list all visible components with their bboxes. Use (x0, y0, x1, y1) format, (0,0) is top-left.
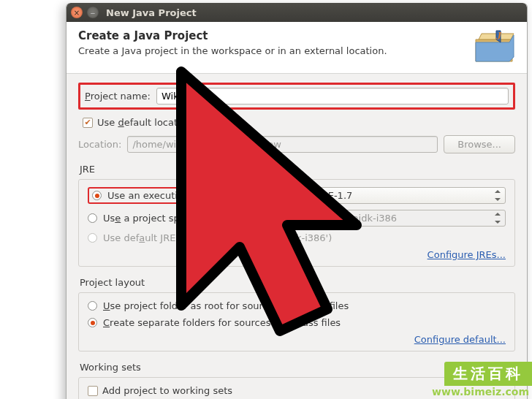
configure-jres-link[interactable]: Configure JREs... (428, 249, 506, 260)
layout-root-label: Use project folder as root for sources a… (103, 300, 349, 311)
configure-default-link[interactable]: Configure default... (414, 334, 506, 345)
jre-exec-env-row[interactable]: Use an execution environment JRE: JavaSE… (88, 187, 506, 204)
jre-exec-env-combo[interactable]: JavaSE-1.7 (295, 187, 506, 204)
jre-project-label: Use a project specific JRE: (103, 213, 227, 224)
layout-fieldset: Use project folder as root for sources a… (78, 292, 515, 352)
dialog-window: × ‒ New Java Project Create a Java Proje… (66, 3, 528, 399)
watermark-text: 生活百科 (444, 362, 532, 386)
dialog-body: Project name: ✔ Use default location Loc… (66, 74, 527, 399)
page-title: Create a Java Project (78, 29, 387, 42)
location-label: Location: (78, 139, 121, 150)
use-default-location-row[interactable]: ✔ Use default location (83, 117, 515, 128)
browse-button[interactable]: Browse... (444, 135, 515, 153)
use-default-location-label: Use default location (97, 117, 192, 128)
project-name-input[interactable] (156, 88, 509, 104)
project-name-row: Project name: (78, 83, 515, 110)
radio-icon[interactable] (88, 301, 97, 311)
watermark-url: www.bimeiz.com (432, 386, 532, 398)
close-icon[interactable]: × (71, 7, 83, 18)
dialog-header: Create a Java Project Create a Java proj… (66, 22, 527, 74)
jre-project-combo: java-7-openjdk-i386 (295, 210, 506, 227)
jre-exec-env-label: Use an execution environment JRE: (107, 190, 275, 201)
jre-project-specific-row[interactable]: Use a project specific JRE: java-7-openj… (88, 210, 506, 227)
checkbox-unchecked-icon[interactable]: ✔ (88, 386, 98, 396)
project-name-label: Project name: (85, 91, 151, 102)
layout-separate-row[interactable]: Create separate folders for sources and … (88, 317, 506, 328)
titlebar: × ‒ New Java Project (66, 3, 527, 22)
jre-legend: JRE (80, 164, 515, 175)
checkbox-checked-icon[interactable]: ✔ (83, 118, 93, 128)
java-folder-icon: J (474, 29, 515, 63)
layout-separate-label: Create separate folders for sources and … (103, 317, 341, 328)
layout-legend: Project layout (80, 277, 515, 288)
jre-default-row[interactable]: Use default JRE (currently 'java-7-openj… (88, 232, 506, 243)
location-row: Location: Browse... (78, 135, 515, 153)
add-working-sets-label: Add project to working sets (102, 385, 232, 396)
location-input (127, 136, 438, 153)
window-title: New Java Project (106, 7, 197, 18)
watermark: 生活百科 www.bimeiz.com (432, 362, 532, 398)
radio-icon[interactable] (88, 233, 97, 243)
radio-selected-icon[interactable] (92, 191, 102, 200)
jre-fieldset: Use an execution environment JRE: JavaSE… (78, 179, 515, 267)
radio-icon[interactable] (88, 213, 97, 223)
page-subtitle: Create a Java project in the workspace o… (78, 45, 387, 56)
jre-default-label: Use default JRE (currently 'java-7-openj… (103, 232, 332, 243)
minimize-icon[interactable]: ‒ (87, 7, 99, 18)
svg-text:J: J (495, 31, 502, 42)
layout-root-row[interactable]: Use project folder as root for sources a… (88, 300, 506, 311)
radio-selected-icon[interactable] (88, 318, 97, 327)
